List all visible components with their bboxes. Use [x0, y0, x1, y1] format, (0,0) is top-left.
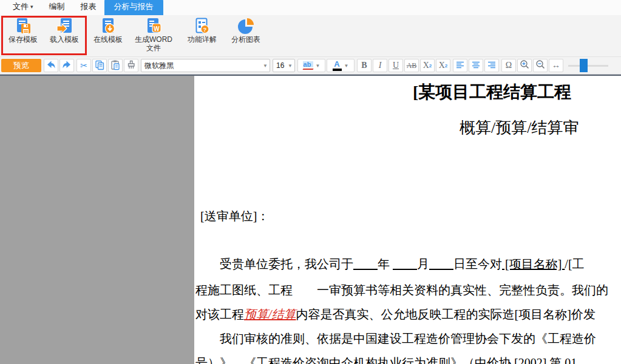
chevron-down-icon: ▼ — [288, 63, 293, 69]
tab-analysis-report-label: 分析与报告 — [114, 1, 154, 12]
document-canvas[interactable]: [某项目工程结算工程 概算/预算/结算审 [送审单位]： 受贵单位委托，我公司于… — [0, 76, 621, 364]
document-subtitle: 概算/预算/结算审 — [460, 117, 579, 138]
zoom-slider[interactable] — [568, 59, 608, 72]
save-template-icon — [13, 17, 33, 35]
document-salutation: [送审单位]： — [200, 208, 269, 224]
text-highlight-button[interactable]: ab ▼ — [297, 59, 325, 72]
align-left-button[interactable] — [453, 59, 467, 72]
bold-button[interactable]: B — [357, 59, 372, 72]
save-template-button[interactable]: 保存模板 — [3, 17, 43, 44]
subscript-button[interactable]: X2 — [420, 59, 435, 72]
fit-width-icon: ↔ — [552, 61, 560, 70]
tab-file[interactable]: 文件 ▾ — [5, 0, 41, 15]
document-title: [某项目工程结算工程 — [413, 81, 571, 104]
strikethrough-button[interactable]: AB — [404, 59, 419, 72]
redo-icon — [61, 59, 72, 72]
chevron-down-icon: ▾ — [30, 4, 33, 10]
chevron-down-icon: ▼ — [263, 63, 268, 69]
undo-icon — [46, 59, 56, 72]
svg-text:W: W — [154, 25, 160, 32]
zoom-out-icon — [535, 59, 546, 72]
undo-button[interactable] — [44, 59, 58, 72]
zoom-slider-track — [568, 65, 608, 67]
align-center-icon — [471, 60, 481, 72]
format-painter-button[interactable] — [124, 59, 138, 72]
generate-word-label-2: 文件 — [146, 44, 161, 52]
paragraph-line-5: 号）》、《工程造价咨询中介机构执业行为准则》（中价协 [2002] 第 01 — [195, 355, 577, 364]
font-family-select[interactable]: 微软雅黑 ▼ — [141, 59, 270, 72]
online-template-label: 在线模板 — [93, 35, 123, 44]
analysis-chart-label: 分析图表 — [231, 35, 260, 44]
subscript-icon: X — [423, 61, 429, 70]
font-size-value: 16 — [276, 61, 284, 70]
zoom-slider-handle[interactable] — [580, 59, 588, 72]
bold-icon: B — [361, 61, 367, 70]
paragraph-line-2: 程施工图纸、工程 一审预算书等相关资料的真实性、完整性负责。我们的 — [195, 282, 608, 298]
paste-icon — [110, 59, 121, 72]
cut-button[interactable]: ✂ — [76, 59, 91, 72]
fit-width-button[interactable]: ↔ — [549, 59, 563, 72]
align-left-icon — [455, 60, 465, 72]
superscript-icon: X — [439, 61, 445, 70]
omega-icon: Ω — [506, 61, 512, 70]
ribbon: 保存模板 载入模板 在线模板 — [0, 15, 621, 57]
tab-file-label: 文件 — [13, 1, 29, 12]
scissors-icon: ✂ — [80, 61, 87, 70]
paragraph-line-4: 我们审核的准则、依据是中国建设工程造价管理协会下发的《工程造价 — [220, 331, 596, 347]
align-center-button[interactable] — [469, 59, 483, 72]
copy-button[interactable] — [92, 59, 107, 72]
load-template-button[interactable]: 载入模板 — [44, 17, 84, 44]
underline-button[interactable]: U — [389, 59, 403, 72]
zoom-in-icon — [520, 59, 530, 72]
tab-compile[interactable]: 编制 — [41, 0, 73, 15]
svg-text:?: ? — [203, 26, 207, 33]
format-toolbar: 预览 ✂ 微软雅黑 ▼ 16 ▼ ab ▼ A ▼ — [0, 57, 621, 74]
analysis-chart-button[interactable]: 分析图表 — [226, 17, 266, 44]
underline-icon: U — [393, 61, 399, 70]
word-file-icon: W — [144, 17, 163, 35]
help-document-icon: ? — [192, 17, 212, 35]
tab-compile-label: 编制 — [49, 1, 65, 12]
paragraph-line-3: 对该工程预算/结算内容是否真实、公允地反映工程的实际造[项目名称]价发 — [195, 306, 596, 323]
load-template-label: 载入模板 — [50, 35, 79, 44]
preview-button[interactable]: 预览 — [1, 59, 41, 72]
italic-icon: I — [379, 61, 382, 70]
document-page[interactable]: [某项目工程结算工程 概算/预算/结算审 [送审单位]： 受贵单位委托，我公司于… — [194, 76, 621, 364]
paste-button[interactable] — [108, 59, 123, 72]
font-family-value: 微软雅黑 — [144, 61, 174, 71]
generate-word-label: 生成WORD — [135, 35, 172, 44]
feature-guide-button[interactable]: ? 功能详解 — [182, 17, 222, 44]
chevron-down-icon: ▼ — [316, 63, 321, 69]
font-size-select[interactable]: 16 ▼ — [273, 59, 295, 72]
brush-icon — [126, 59, 137, 72]
font-color-button[interactable]: A ▼ — [327, 59, 355, 72]
online-template-icon — [98, 17, 118, 35]
italic-button[interactable]: I — [373, 59, 387, 72]
menu-tab-bar: 文件 ▾ 编制 报表 分析与报告 — [0, 0, 621, 15]
tab-analysis-report[interactable]: 分析与报告 — [104, 0, 163, 15]
copy-icon — [94, 59, 105, 72]
zoom-in-button[interactable] — [517, 59, 532, 72]
tab-report[interactable]: 报表 — [73, 0, 104, 15]
generate-word-button[interactable]: W 生成WORD 文件 — [132, 17, 175, 52]
feature-guide-label: 功能详解 — [188, 35, 217, 44]
pie-chart-icon — [236, 17, 256, 35]
strikethrough-icon: AB — [407, 61, 417, 70]
online-template-button[interactable]: 在线模板 — [88, 17, 128, 44]
zoom-out-button[interactable] — [533, 59, 548, 72]
font-color-icon: A — [333, 61, 342, 71]
align-right-icon — [487, 60, 497, 72]
tab-report-label: 报表 — [81, 1, 97, 12]
load-template-icon — [55, 17, 74, 35]
paragraph-line-1: 受贵单位委托，我公司于 年 月 日至今对 [项目名称] /[工 — [220, 256, 585, 272]
align-right-button[interactable] — [484, 59, 499, 72]
save-template-label: 保存模板 — [8, 35, 38, 44]
preview-label: 预览 — [13, 60, 29, 71]
highlight-icon: ab — [303, 61, 313, 70]
insert-symbol-button[interactable]: Ω — [501, 59, 516, 72]
chevron-down-icon: ▼ — [344, 63, 349, 69]
superscript-button[interactable]: X2 — [436, 59, 450, 72]
redo-button[interactable] — [59, 59, 74, 72]
